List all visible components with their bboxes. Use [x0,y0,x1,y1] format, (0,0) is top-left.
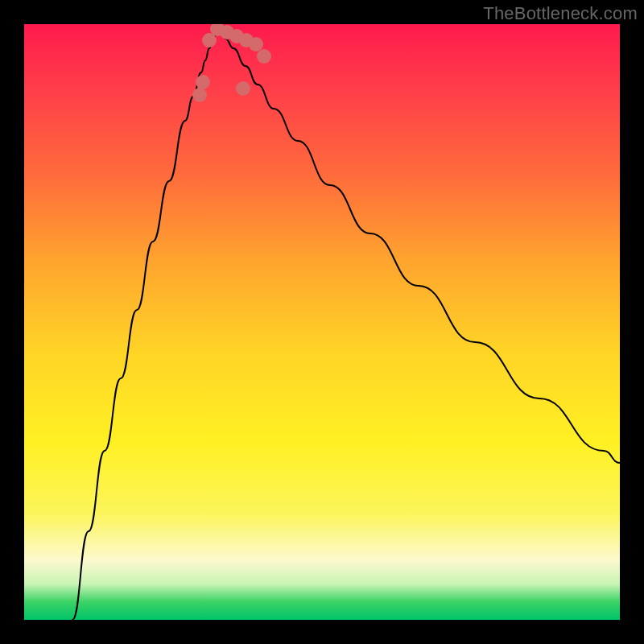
curve-right [217,28,620,463]
marker-point [196,75,210,89]
chart-stage: TheBottleneck.com [0,0,644,644]
marker-point [257,49,271,64]
plot-svg [24,24,620,620]
watermark-text: TheBottleneck.com [483,3,638,24]
curve-left [72,28,217,620]
plot-area [24,24,620,620]
marker-point [249,37,263,52]
marker-point [192,88,207,102]
marker-point [236,81,250,96]
